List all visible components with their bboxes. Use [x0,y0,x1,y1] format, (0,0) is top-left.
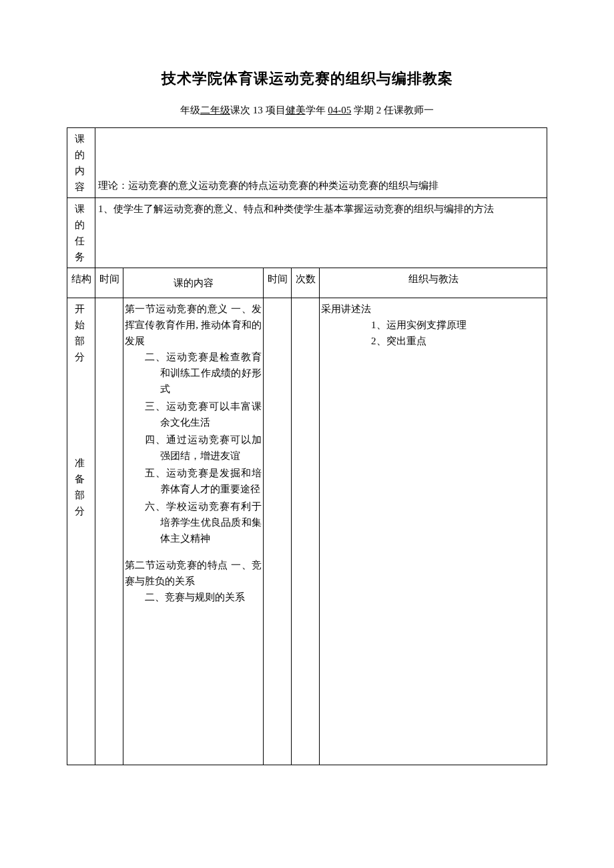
table-head-row: 结构 时间 课的内容 时间 次数 组织与教法 [67,268,547,298]
task-row: 课 的任务 1、使学生了解运动竞赛的意义、特点和种类使学生基本掌握运动竞赛的组织… [67,198,547,268]
content-li2: 二、运动竞赛是检查教育和训练工作成绩的好形式 [125,349,262,397]
head-time1: 时间 [95,268,123,298]
org-cell: 采用讲述法 1、运用实例支撑原理 2、突出重点 [320,298,547,765]
content-li3: 三、运动竞赛可以丰富课余文化生活 [125,398,262,430]
content-li6: 六、学校运动竞赛有利于培养学生优良品质和集体主义精神 [125,498,262,546]
lesson-value: 13 [253,105,263,115]
grade-value: 二年级 [200,105,230,115]
head-structure: 结构 [67,268,95,298]
head-time2: 时间 [264,268,292,298]
info-line: 年级二年级课次 13 项目健美学年 04-05 学期 2 任课教师一 [67,102,547,118]
year-value: 04-05 [328,105,351,115]
lesson-table: 课 的内容 理论：运动竞赛的意义运动竞赛的特点运动竞赛的种类运动竞赛的组织与编排… [67,127,547,765]
content-p1: 第一节运动竞赛的意义 一、发挥宣传教育作用, 推动体育和的发展 [125,301,262,349]
org-li2: 2、突出重点 [321,333,545,349]
structure-cell: 开 始部分 准 备部分 [67,298,95,765]
lesson-label: 课次 [230,105,250,115]
grade-label: 年级 [180,105,200,115]
start-section-label: 开 始部分 [69,301,93,365]
content-cell: 第一节运动竞赛的意义 一、发挥宣传教育作用, 推动体育和的发展 二、运动竞赛是检… [123,298,264,765]
content-li2b: 二、竞赛与规则的关系 [125,589,262,605]
content-li4: 四、通过运动竞赛可以加强团结，增进友谊 [125,432,262,464]
body-row: 开 始部分 准 备部分 第一节运动竞赛的意义 一、发挥宣传教育作用, 推动体育和… [67,298,547,765]
task-text: 1、使学生了解运动竞赛的意义、特点和种类使学生基本掌握运动竞赛的组织与编排的方法 [95,198,547,268]
org-li1: 1、运用实例支撑原理 [321,317,545,333]
project-label: 项目 [266,105,286,115]
content-label: 课 的内容 [67,128,95,198]
time1-cell [95,298,123,765]
count-cell [292,298,320,765]
content-p2: 第二节运动竞赛的特点 一、竞赛与胜负的关系 [125,557,262,589]
project-value: 健美 [286,105,306,115]
page-title: 技术学院体育课运动竞赛的组织与编排教案 [67,67,547,90]
head-count: 次数 [292,268,320,298]
content-row: 课 的内容 理论：运动竞赛的意义运动竞赛的特点运动竞赛的种类运动竞赛的组织与编排 [67,128,547,198]
teacher-value: 一 [424,105,434,115]
term-label: 学期 [354,105,374,115]
time2-cell [264,298,292,765]
org-p1: 采用讲述法 [321,301,545,317]
prep-section-label: 准 备部分 [69,455,93,519]
head-org: 组织与教法 [320,268,547,298]
content-li5: 五、运动竞赛是发掘和培养体育人才的重要途径 [125,465,262,497]
term-value: 2 [376,105,382,115]
head-content: 课的内容 [123,268,264,298]
year-label: 学年 [306,105,326,115]
content-text: 理论：运动竞赛的意义运动竞赛的特点运动竞赛的种类运动竞赛的组织与编排 [95,128,547,198]
task-label: 课 的任务 [67,198,95,268]
teacher-label: 任课教师 [384,105,424,115]
